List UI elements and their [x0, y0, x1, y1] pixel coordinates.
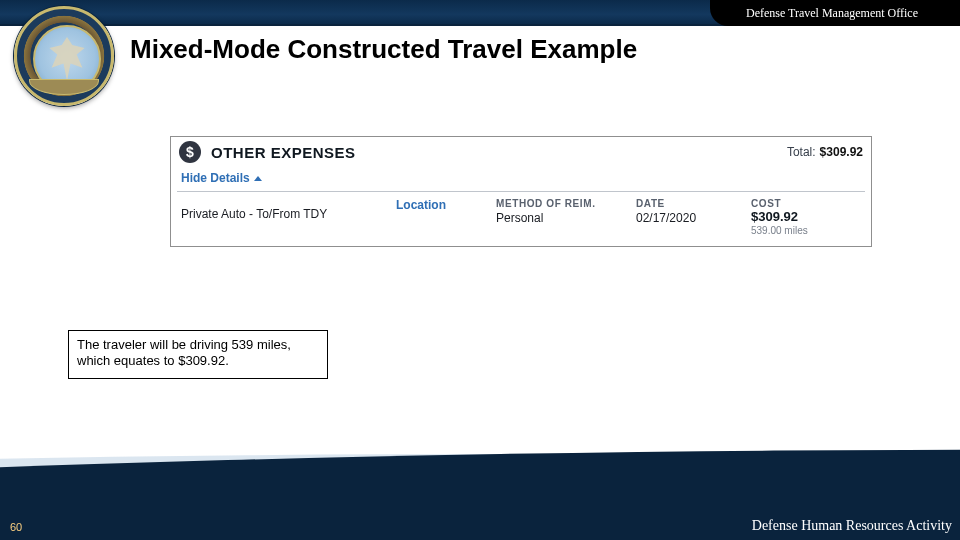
- callout-text: The traveler will be driving 539 miles, …: [77, 337, 291, 368]
- expenses-total-label: Total:: [787, 145, 816, 159]
- date-header: DATE: [636, 198, 751, 209]
- col-description: Private Auto - To/From TDY: [181, 198, 396, 236]
- col-method: METHOD OF REIM. Personal: [496, 198, 636, 236]
- expenses-header-row: $ OTHER EXPENSES Total: $309.92: [171, 137, 871, 165]
- expense-row: Private Auto - To/From TDY Location METH…: [171, 192, 871, 240]
- method-header: METHOD OF REIM.: [496, 198, 636, 209]
- header-org-label: Defense Travel Management Office: [746, 6, 918, 21]
- cost-header: COST: [751, 198, 861, 209]
- method-value: Personal: [496, 211, 636, 225]
- slide-title: Mixed-Mode Constructed Travel Example: [130, 34, 637, 65]
- dollar-glyph: $: [186, 144, 194, 160]
- expense-description: Private Auto - To/From TDY: [181, 198, 396, 221]
- expenses-total-value: $309.92: [820, 145, 863, 159]
- date-value: 02/17/2020: [636, 211, 751, 225]
- callout-box: The traveler will be driving 539 miles, …: [68, 330, 328, 379]
- hide-details-toggle[interactable]: Hide Details: [171, 165, 871, 191]
- page-number: 60: [10, 521, 22, 533]
- col-cost: COST $309.92 539.00 miles: [751, 198, 861, 236]
- dod-seal: [14, 6, 114, 106]
- cost-value: $309.92: [751, 209, 861, 224]
- seal-banner: [29, 79, 99, 95]
- seal-ring: [14, 6, 114, 106]
- dollar-icon: $: [179, 141, 201, 163]
- footer-org: Defense Human Resources Activity: [752, 518, 952, 534]
- cost-miles: 539.00 miles: [751, 225, 861, 236]
- expenses-section-title: OTHER EXPENSES: [211, 144, 356, 161]
- chevron-up-icon: [254, 176, 262, 181]
- location-header[interactable]: Location: [396, 198, 496, 212]
- other-expenses-panel: $ OTHER EXPENSES Total: $309.92 Hide Det…: [170, 136, 872, 247]
- col-date: DATE 02/17/2020: [636, 198, 751, 236]
- col-location: Location: [396, 198, 496, 236]
- hide-details-label: Hide Details: [181, 171, 250, 185]
- header-org-tab: Defense Travel Management Office: [710, 0, 960, 26]
